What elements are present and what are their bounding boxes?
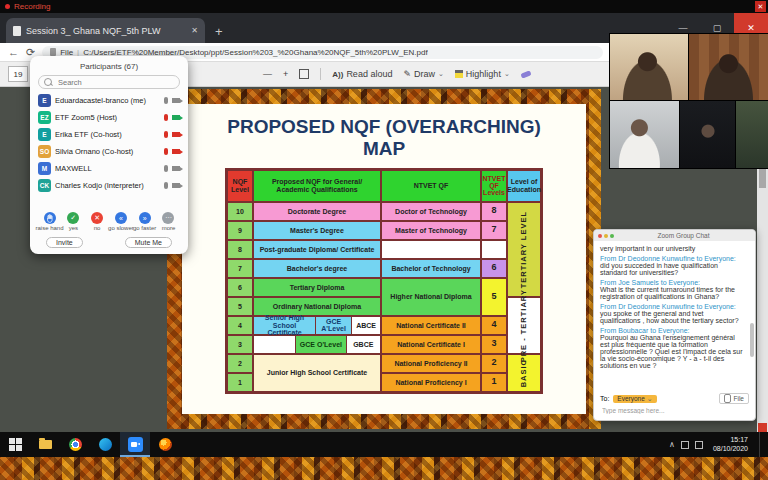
start-button[interactable] [0, 432, 30, 457]
invite-button[interactable]: Invite [46, 237, 83, 248]
erase-icon[interactable] [520, 70, 531, 78]
zoom-out-icon[interactable]: — [263, 69, 272, 79]
taskbar: ∧ 15:17 08/10/2020 [0, 432, 768, 457]
general-cell: GCE O'Level [295, 336, 345, 353]
no-button[interactable]: ✕ no [86, 212, 109, 231]
education-label: PRE - TERTIARY [520, 289, 528, 362]
chat-message: very important in our university [600, 245, 745, 252]
feedback-label: no [94, 225, 101, 231]
expand-dot-icon[interactable] [610, 234, 614, 238]
video-feed[interactable] [689, 34, 768, 100]
go-faster-button[interactable]: » go faster [133, 212, 156, 231]
camera-icon[interactable] [172, 166, 180, 171]
participant-name: Silvia Ornano (Co-host) [55, 147, 160, 156]
scroll-down-marker[interactable] [758, 423, 767, 432]
chat-text: did you succeded in have qualification s… [600, 262, 745, 276]
participant-row[interactable]: E Erika ETF (Co-host) [38, 128, 180, 141]
tray-expand-icon[interactable]: ∧ [669, 440, 675, 449]
raise-hand-button[interactable]: raise hand [38, 212, 61, 231]
video-feed[interactable] [680, 101, 736, 168]
participants-search[interactable] [38, 75, 180, 89]
mic-icon[interactable] [164, 165, 168, 172]
chat-message: From Dr Deodonne Kunwufine to Everyone: … [600, 255, 745, 276]
mic-icon[interactable] [164, 148, 168, 155]
participant-name: Eduardacastel-branco (me) [55, 96, 160, 105]
scrollbar-thumb[interactable] [750, 323, 754, 357]
tab-close-icon[interactable]: ✕ [191, 26, 198, 35]
close-dot-icon[interactable] [598, 234, 602, 238]
camera-icon[interactable] [172, 115, 180, 120]
chat-title: Zoom Group Chat [616, 232, 751, 239]
ntvet-cell: National Certificate I [381, 335, 481, 354]
camera-icon[interactable] [172, 132, 180, 137]
participants-list: E Eduardacastel-branco (me) EZ ETF Zoom5… [38, 94, 180, 208]
page-number-input[interactable] [8, 66, 28, 82]
camera-icon[interactable] [172, 183, 180, 188]
back-icon[interactable]: ← [8, 47, 19, 58]
video-feed[interactable] [736, 101, 768, 168]
video-feed[interactable] [610, 34, 688, 100]
slower-icon: « [115, 212, 127, 224]
camera-icon[interactable] [172, 98, 180, 103]
chat-header[interactable]: Zoom Group Chat [594, 230, 755, 241]
nqf-table: NQF Level Proposed NQF for General/ Acad… [225, 168, 543, 394]
recording-bar: Recording ✕ [0, 0, 768, 13]
camera-icon[interactable] [172, 149, 180, 154]
participants-footer: Invite Mute Me [38, 237, 180, 248]
zoom-app-icon[interactable] [120, 432, 150, 457]
nqf-level-cell: 3 [227, 335, 253, 354]
fit-page-icon[interactable] [299, 69, 309, 79]
participant-name: Charles Kodjo (Interpreter) [55, 181, 160, 190]
recording-stop-icon[interactable]: ✕ [755, 1, 766, 12]
nqf-level-cell: 8 [227, 240, 253, 259]
col-header: Level of Education [507, 170, 541, 202]
participant-row[interactable]: M MAXWELL [38, 162, 180, 175]
file-attach-button[interactable]: File [719, 393, 749, 404]
yes-button[interactable]: ✓ yes [62, 212, 85, 231]
volume-icon[interactable] [695, 441, 703, 449]
draw-button[interactable]: ✎ Draw ⌄ [403, 69, 443, 79]
edge-icon[interactable] [90, 432, 120, 457]
read-aloud-button[interactable]: A)) Read aloud [332, 69, 392, 79]
general-cell: Junior High School Certificate [253, 354, 381, 392]
go-slower-button[interactable]: « go slower [109, 212, 132, 231]
ntvet-cell: National Proficiency II [381, 354, 481, 373]
participant-row[interactable]: SO Silvia Ornano (Co-host) [38, 145, 180, 158]
ntvet-cell: Higher National Diploma [381, 278, 481, 316]
highlight-button[interactable]: Highlight ⌄ [455, 69, 510, 79]
taskbar-clock[interactable]: 15:17 08/10/2020 [713, 436, 748, 454]
participant-row[interactable]: E Eduardacastel-branco (me) [38, 94, 180, 107]
check-icon: ✓ [67, 212, 79, 224]
participant-row[interactable]: EZ ETF Zoom5 (Host) [38, 111, 180, 124]
mic-icon[interactable] [164, 131, 168, 138]
search-icon [44, 78, 52, 86]
to-label: To: [600, 395, 609, 402]
recipient-dropdown[interactable]: Everyone ⌄ [613, 395, 656, 403]
search-input[interactable] [56, 77, 174, 88]
video-feed[interactable] [610, 101, 680, 168]
mic-icon[interactable] [164, 114, 168, 121]
feedback-row: raise hand ✓ yes ✕ no « go slower » go f… [38, 212, 180, 231]
col-header: NTVET QF [381, 170, 481, 202]
show-desktop-button[interactable] [759, 432, 764, 457]
chat-message-input[interactable] [600, 406, 753, 415]
file-explorer-icon[interactable] [30, 432, 60, 457]
chat-scrollbar[interactable] [750, 253, 754, 357]
feedback-label: yes [69, 225, 78, 231]
chrome-icon[interactable] [60, 432, 90, 457]
network-icon[interactable] [681, 441, 689, 449]
minimize-dot-icon[interactable] [604, 234, 608, 238]
more-button[interactable]: ⋯ more [157, 212, 180, 231]
new-tab-button[interactable]: + [215, 24, 223, 39]
mute-me-button[interactable]: Mute Me [125, 237, 172, 248]
mic-icon[interactable] [164, 182, 168, 189]
browser-tab[interactable]: Session 3_ Ghana NQF_5th PLW ✕ [6, 18, 205, 43]
mic-icon[interactable] [164, 97, 168, 104]
participant-row[interactable]: CK Charles Kodjo (Interpreter) [38, 179, 180, 192]
firefox-icon[interactable] [150, 432, 180, 457]
file-icon [50, 48, 56, 56]
toolbar-divider [320, 68, 321, 80]
general-cell-empty [254, 336, 295, 353]
zoom-in-icon[interactable]: + [283, 69, 288, 79]
file-label: File [734, 395, 744, 402]
